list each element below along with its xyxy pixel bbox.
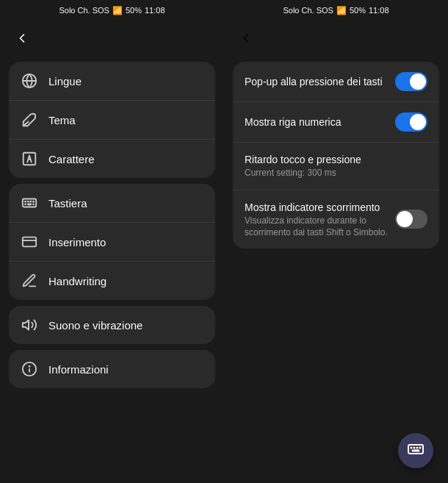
menu-item-lingue[interactable]: Lingue [9,62,215,101]
menu-label-inserimento: Inserimento [48,236,106,248]
left-carrier: Solo Ch. SOS [59,6,109,15]
menu-label-carattere: Carattere [48,153,95,165]
right-carrier: Solo Ch. SOS [283,6,333,15]
left-signal-icon: 📶 [112,6,123,15]
menu-group-3: Suono e vibrazione [9,306,215,344]
info-icon [21,360,38,378]
menu-label-suono: Suono e vibrazione [48,319,142,332]
setting-riga-title: Mostra riga numerica [245,115,388,129]
svg-rect-18 [408,445,423,454]
toggle-popup[interactable] [395,72,427,91]
menu-label-tastiera: Tastiera [48,197,87,210]
setting-indicatore[interactable]: Mostra indicatore scorrimento Visualizza… [233,190,439,248]
setting-indicatore-title: Mostra indicatore scorrimento [245,201,388,214]
left-time: 11:08 [145,6,165,15]
right-time: 11:08 [369,6,389,15]
menu-item-carattere[interactable]: Carattere [9,140,215,178]
setting-popup-title: Pop-up alla pressione dei tasti [245,75,388,88]
right-status-bar: Solo Ch. SOS 📶 50% 11:08 [224,0,448,21]
brush-icon [21,111,38,129]
left-back-icon [15,31,29,49]
menu-item-suono[interactable]: Suono e vibrazione [9,306,215,344]
svg-marker-14 [23,321,29,330]
svg-rect-4 [23,199,36,207]
setting-ritardo-subtitle: Current setting: 300 ms [245,168,420,179]
globe-icon [21,72,38,90]
right-back-button[interactable] [233,26,259,53]
left-status-bar: Solo Ch. SOS 📶 50% 11:08 [0,0,224,21]
left-panel: Solo Ch. SOS 📶 50% 11:08 Lingue [0,0,224,483]
menu-item-informazioni[interactable]: Informazioni [9,350,215,388]
settings-group: Pop-up alla pressione dei tasti Mostra r… [233,62,439,248]
left-battery: 50% [126,6,142,15]
setting-indicatore-subtitle: Visualizza indicatore durante lo scorrim… [245,215,388,238]
right-back-icon [239,31,253,49]
svg-rect-12 [23,237,36,247]
menu-item-tema[interactable]: Tema [9,101,215,140]
toggle-indicatore[interactable] [395,210,427,229]
right-panel: Solo Ch. SOS 📶 50% 11:08 Pop-up alla pre… [224,0,448,483]
menu-label-informazioni: Informazioni [48,363,109,376]
menu-group-2: Tastiera Inserimento Handwriting [9,184,215,300]
setting-ritardo-title: Ritardo tocco e pressione [245,153,420,166]
toggle-riga[interactable] [395,112,427,132]
setting-indicatore-text: Mostra indicatore scorrimento Visualizza… [245,201,395,238]
font-icon [21,150,38,168]
card-icon [21,233,38,251]
toggle-popup-knob [410,74,426,90]
menu-label-tema: Tema [48,114,76,126]
menu-item-handwriting[interactable]: Handwriting [9,262,215,300]
setting-popup[interactable]: Pop-up alla pressione dei tasti [233,62,439,102]
setting-ritardo[interactable]: Ritardo tocco e pressione Current settin… [233,143,439,190]
keyboard-icon [21,194,38,212]
menu-label-lingue: Lingue [48,75,82,87]
menu-label-handwriting: Handwriting [48,275,106,287]
toggle-indicatore-knob [397,211,413,227]
right-signal-icon: 📶 [336,6,347,15]
left-back-button[interactable] [9,26,35,53]
menu-item-tastiera[interactable]: Tastiera [9,184,215,223]
setting-popup-text: Pop-up alla pressione dei tasti [245,75,395,88]
right-battery: 50% [350,6,366,15]
setting-riga-text: Mostra riga numerica [245,115,395,129]
setting-riga-numerica[interactable]: Mostra riga numerica [233,102,439,143]
setting-ritardo-text: Ritardo tocco e pressione Current settin… [245,153,427,179]
fab-button[interactable] [398,433,433,468]
pen-icon [21,272,38,290]
menu-group-4: Informazioni [9,350,215,388]
toggle-riga-knob [410,114,426,130]
menu-item-inserimento[interactable]: Inserimento [9,223,215,262]
keyboard-fab-icon [407,440,424,462]
menu-group-1: Lingue Tema Carattere [9,62,215,178]
sound-icon [21,316,38,334]
